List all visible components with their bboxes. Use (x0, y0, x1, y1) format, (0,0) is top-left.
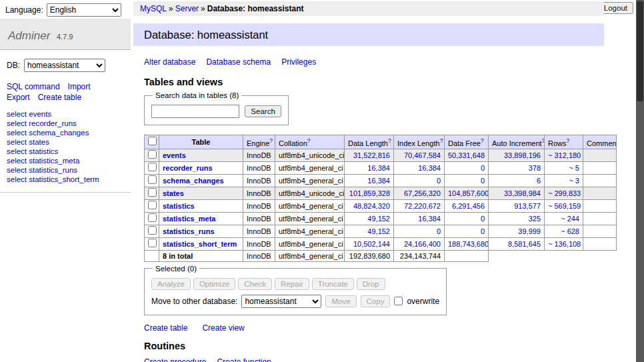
export-link[interactable]: Export (7, 93, 30, 102)
auto-increment-link[interactable]: 33,398,984 (504, 189, 541, 197)
overwrite-checkbox[interactable] (394, 297, 403, 305)
row-checkbox[interactable] (148, 188, 157, 197)
data-length-link[interactable]: 101,859,328 (349, 189, 390, 197)
data-free-link[interactable]: 0 (481, 215, 485, 223)
data-length-link[interactable]: 48,824,320 (353, 202, 390, 210)
table-name-link[interactable]: states (163, 189, 184, 197)
help-link[interactable]: ? (388, 137, 391, 144)
rows-link[interactable]: ~ 312,180 (548, 151, 581, 159)
auto-increment-link[interactable]: 378 (529, 164, 541, 172)
auto-increment-link[interactable]: 8,581,645 (508, 240, 541, 248)
db-action-link[interactable]: Alter database (144, 57, 195, 67)
data-length-link[interactable]: 49,152 (367, 227, 390, 235)
row-checkbox[interactable] (148, 226, 157, 235)
row-checkbox[interactable] (148, 239, 157, 247)
language-select[interactable]: English (47, 3, 121, 17)
sidebar-select-link[interactable]: select events (7, 109, 124, 119)
adminer-logo-link[interactable]: Adminer (8, 29, 50, 42)
index-length-link[interactable]: 70,467,584 (404, 151, 441, 159)
help-link[interactable]: ? (269, 137, 273, 144)
auto-increment-link[interactable]: 33,898,196 (504, 151, 541, 159)
create-link[interactable]: Create view (202, 323, 244, 333)
routine-link[interactable]: Create procedure (144, 357, 206, 362)
table-name-link[interactable]: statistics_runs (163, 227, 215, 235)
select-all-checkbox[interactable] (148, 137, 157, 145)
index-length-link[interactable]: 0 (437, 227, 441, 235)
import-link[interactable]: Import (68, 82, 91, 91)
db-label: DB: (7, 61, 20, 70)
db-action-link[interactable]: Database schema (206, 57, 271, 67)
create-table-link[interactable]: Create table (38, 93, 81, 102)
help-link[interactable]: ? (567, 137, 570, 144)
routine-link[interactable]: Create function (217, 357, 271, 362)
table-name-link[interactable]: schema_changes (163, 177, 224, 185)
rows-link[interactable]: ~ 628 (561, 227, 579, 235)
auto-increment-link[interactable]: 325 (529, 215, 541, 223)
search-input[interactable] (151, 105, 239, 118)
auto-increment-link[interactable]: 39,999 (518, 227, 541, 235)
auto-increment-link[interactable]: 913,577 (514, 202, 541, 210)
index-length-link[interactable]: 72,220,672 (404, 202, 441, 210)
data-length-link[interactable]: 49,152 (367, 215, 390, 223)
index-length-link[interactable]: 67,256,320 (404, 189, 441, 197)
rows-link[interactable]: ~ 299,833 (548, 189, 581, 197)
index-length-link[interactable]: 0 (437, 177, 441, 185)
sql-command-link[interactable]: SQL command (7, 82, 60, 91)
data-length-link[interactable]: 16,384 (367, 164, 390, 172)
rows-link[interactable]: ~ 244 (561, 215, 579, 223)
sidebar-select-link[interactable]: select schema_changes (7, 128, 124, 137)
breadcrumb-current: Database: homeassistant (207, 4, 304, 13)
sidebar-select-link[interactable]: select recorder_runs (7, 119, 124, 128)
sidebar-select-link[interactable]: select statistics (7, 147, 124, 156)
help-link[interactable]: ? (542, 137, 545, 144)
rows-link[interactable]: ~ 5 (569, 164, 579, 172)
data-free-link[interactable]: 0 (481, 227, 485, 235)
row-checkbox[interactable] (148, 150, 157, 159)
table-name-link[interactable]: events (163, 151, 186, 159)
table-name-link[interactable]: statistics_meta (163, 215, 216, 223)
row-checkbox[interactable] (148, 175, 157, 184)
comment-cell (583, 174, 617, 187)
create-link[interactable]: Create table (144, 323, 187, 333)
data-free-link[interactable]: 188,743,680 (448, 240, 489, 248)
rows-link[interactable]: ~ 136,108 (548, 240, 581, 248)
data-free-link[interactable]: 6,291,456 (452, 202, 485, 210)
rows-link[interactable]: ~ 3 (569, 177, 579, 185)
row-checkbox[interactable] (148, 213, 157, 222)
index-length-link[interactable]: 16,384 (418, 215, 441, 223)
table-name-link[interactable]: recorder_runs (163, 164, 213, 172)
row-checkbox[interactable] (148, 163, 157, 171)
help-link[interactable]: ? (440, 137, 443, 144)
breadcrumb-server-link[interactable]: Server (175, 4, 199, 13)
rows-link[interactable]: ~ 569,159 (548, 202, 581, 210)
move-db-select[interactable]: homeassistant (241, 295, 321, 308)
breadcrumb-separator: » (169, 4, 173, 13)
data-free-link[interactable]: 104,857,600 (448, 189, 489, 197)
vertical-scrollbar[interactable] (636, 0, 644, 362)
db-action-link[interactable]: Privileges (281, 57, 316, 67)
data-free-link[interactable]: 0 (481, 177, 485, 185)
scrollbar-thumb[interactable] (637, 1, 643, 101)
help-link[interactable]: ? (307, 137, 311, 144)
data-length-link[interactable]: 10,502,144 (353, 240, 390, 248)
breadcrumb-mysql-link[interactable]: MySQL (140, 4, 167, 13)
sidebar-select-link[interactable]: select statistics_runs (7, 165, 124, 175)
search-button[interactable]: Search (245, 105, 281, 117)
db-select[interactable]: homeassistant (24, 59, 105, 72)
sidebar-select-link[interactable]: select statistics_meta (7, 156, 124, 165)
data-free-link[interactable]: 0 (481, 164, 485, 172)
data-free-link[interactable]: 50,331,648 (448, 151, 485, 159)
row-checkbox[interactable] (148, 201, 157, 209)
main-content: MySQL»Server»Database: homeassistant Dat… (131, 0, 636, 362)
index-length-link[interactable]: 16,384 (418, 164, 441, 172)
sidebar-select-link[interactable]: select statistics_short_term (7, 175, 124, 184)
help-link[interactable]: ? (481, 137, 484, 144)
sidebar-select-link[interactable]: select states (7, 137, 124, 147)
table-name-link[interactable]: statistics (163, 202, 195, 210)
data-length-link[interactable]: 16,384 (367, 177, 390, 185)
table-name-link[interactable]: statistics_short_term (163, 240, 237, 248)
overwrite-label[interactable]: overwrite (407, 297, 439, 306)
index-length-link[interactable]: 24,166,400 (404, 240, 441, 248)
data-length-link[interactable]: 31,522,816 (353, 151, 390, 159)
auto-increment-link[interactable]: 6 (537, 177, 541, 185)
